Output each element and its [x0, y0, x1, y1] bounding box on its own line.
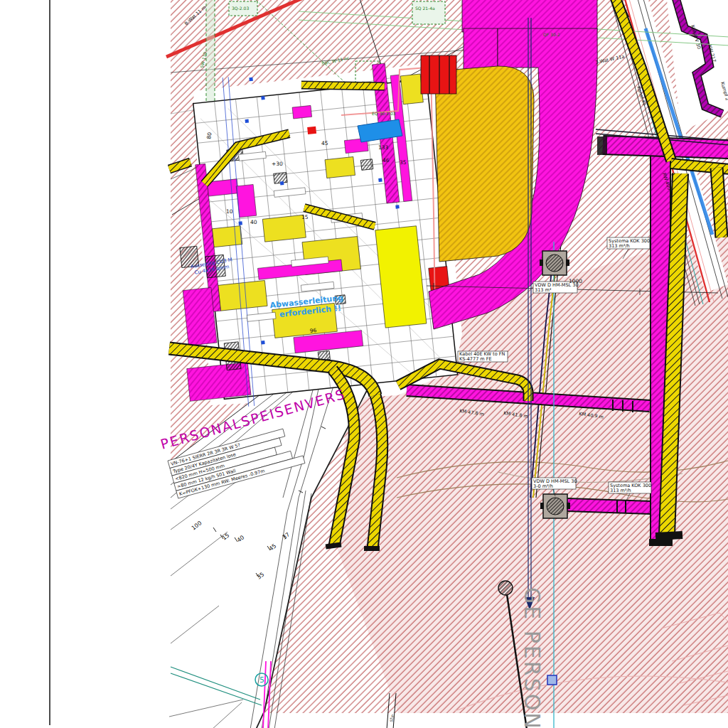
svg-text:3-0 m³/h: 3-0 m³/h — [533, 483, 553, 489]
site-plan-canvas: PERSONALSPEISENVERS GE PERSONAL VN-76+1 … — [0, 0, 728, 728]
num-10: 10 — [226, 208, 233, 215]
num-40b: 40 — [250, 219, 257, 225]
num-96: 96 — [309, 327, 317, 334]
zone-label: GE PERSONAL — [520, 587, 545, 728]
shaft-2 — [540, 494, 570, 518]
num-133: 133 — [378, 144, 389, 151]
shaft-1 — [540, 251, 569, 275]
num-80: 80 — [205, 132, 213, 139]
gold-duct-area — [435, 66, 534, 262]
svg-text:KS-4777 m FE: KS-4777 m FE — [459, 356, 492, 362]
svg-text:313 m³/h: 313 m³/h — [609, 243, 630, 249]
dim-1000: 1000 — [569, 278, 582, 284]
kabel-tag: Kabel 40E KW to FN KS-4777 m FE — [458, 351, 508, 362]
svg-text:313 m³/h: 313 m³/h — [610, 488, 631, 493]
svg-text:5: 5 — [259, 675, 264, 685]
green-tag-2: SQ 21-4a — [415, 6, 435, 11]
num-plus30: +30 — [272, 161, 283, 167]
num-35b: 35 — [400, 159, 407, 166]
red-marker-small — [307, 127, 316, 134]
num-45b: 45 — [321, 140, 328, 146]
red-blocks — [421, 55, 456, 94]
num-15b: 15 — [301, 214, 309, 220]
green-tag-3: EQ 30-1.03 — [372, 111, 396, 116]
green-tag-4: QF 30-2 — [543, 32, 560, 37]
green-tag-1: 3Q-2.03 — [232, 6, 249, 11]
survey-marker-square — [547, 675, 557, 685]
num-46: 46 — [382, 157, 390, 164]
svg-text:313 m³: 313 m³ — [535, 287, 552, 293]
